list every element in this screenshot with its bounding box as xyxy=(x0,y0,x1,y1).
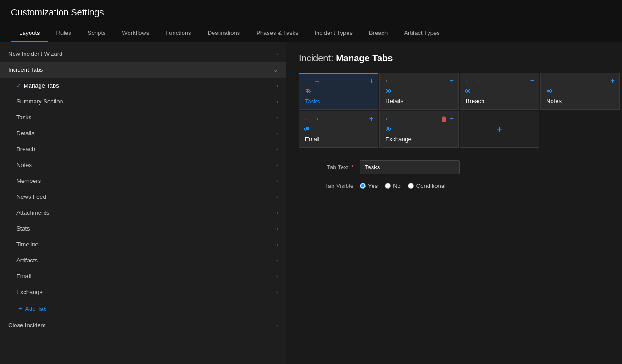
nav-tab-scripts[interactable]: Scripts xyxy=(80,25,114,42)
tab-eye-icon: 👁 xyxy=(384,126,454,134)
move-left-button[interactable]: ← xyxy=(465,77,471,84)
add-section-button[interactable]: + xyxy=(611,77,615,85)
nav-tab-incident-types[interactable]: Incident Types xyxy=(306,25,361,42)
tab-eye-icon: 👁 xyxy=(545,88,615,96)
sidebar-item-summary-section[interactable]: Summary Section› xyxy=(0,93,286,109)
nav-tab-layouts[interactable]: Layouts xyxy=(11,25,48,42)
add-tab-cell[interactable]: + xyxy=(460,111,539,148)
tab-label: Exchange xyxy=(384,136,454,143)
sidebar-item-tasks[interactable]: Tasks› xyxy=(0,109,286,125)
move-right-button[interactable]: → xyxy=(313,115,319,123)
chevron-icon: › xyxy=(276,241,278,248)
sidebar-item-breach[interactable]: Breach› xyxy=(0,141,286,157)
tab-eye-icon: 👁 xyxy=(384,88,454,96)
tab-cell-exchange[interactable]: ← 🗑 + 👁 Exchange xyxy=(379,111,459,148)
chevron-icon: › xyxy=(276,130,278,137)
item-label: Email xyxy=(16,273,31,280)
item-label: ✓Manage Tabs xyxy=(16,82,59,89)
add-section-button[interactable]: + xyxy=(530,77,534,85)
tab-controls: ← + xyxy=(545,77,615,85)
tab-controls: ← → + xyxy=(304,115,373,123)
sidebar-item-exchange[interactable]: Exchange› xyxy=(0,284,286,300)
add-section-button[interactable]: + xyxy=(369,115,373,123)
chevron-icon: › xyxy=(276,257,278,264)
add-tab-button[interactable]: +Add Tab xyxy=(0,300,286,317)
item-label: Exchange xyxy=(16,289,43,295)
nav-tabs: LayoutsRulesScriptsWorkflowsFunctionsDes… xyxy=(11,25,611,42)
sidebar-item-new-incident-wizard[interactable]: New Incident Wizard› xyxy=(0,46,286,62)
tab-cell-details[interactable]: ← → + 👁 Details xyxy=(379,73,459,110)
sidebar-section-incident-tabs[interactable]: Incident Tabs⌄ xyxy=(0,62,286,78)
tab-label: Tasks xyxy=(304,98,373,105)
ctrl-left: ← → xyxy=(304,115,319,123)
sidebar-item-news-feed[interactable]: News Feed› xyxy=(0,189,286,205)
nav-tab-phases---tasks[interactable]: Phases & Tasks xyxy=(248,25,306,42)
radio-conditional[interactable]: Conditional xyxy=(408,182,446,189)
tab-cell-tasks[interactable]: → + 👁 Tasks xyxy=(299,73,378,110)
add-tab-label: Add Tab xyxy=(25,305,46,312)
move-right-button[interactable]: → xyxy=(314,78,320,85)
chevron-icon: › xyxy=(276,289,278,295)
ctrl-right: + xyxy=(530,77,534,85)
tab-cell-notes[interactable]: ← + 👁 Notes xyxy=(540,73,620,110)
chevron-icon: › xyxy=(276,322,278,329)
ctrl-right: + xyxy=(450,77,454,85)
move-left-button[interactable]: ← xyxy=(384,77,391,84)
sidebar-item-members[interactable]: Members› xyxy=(0,173,286,189)
move-left-button[interactable]: ← xyxy=(384,115,391,123)
nav-tab-artifact-types[interactable]: Artifact Types xyxy=(396,25,448,42)
chevron-icon: › xyxy=(276,210,278,216)
ctrl-left: → xyxy=(304,78,320,85)
item-label: Close Incident xyxy=(8,322,45,329)
ctrl-right: + xyxy=(369,115,373,123)
panel-title-main: Manage Tabs xyxy=(336,53,393,63)
nav-tab-workflows[interactable]: Workflows xyxy=(114,25,158,42)
sidebar-item-notes[interactable]: Notes› xyxy=(0,157,286,173)
sidebar-item-attachments[interactable]: Attachments› xyxy=(0,205,286,221)
radio-no[interactable]: No xyxy=(385,182,401,189)
sidebar-item-artifacts[interactable]: Artifacts› xyxy=(0,252,286,268)
tab-text-input[interactable] xyxy=(360,160,460,174)
nav-tab-destinations[interactable]: Destinations xyxy=(199,25,249,42)
tab-cell-breach[interactable]: ← → + 👁 Breach xyxy=(460,73,539,110)
add-section-button[interactable]: + xyxy=(450,115,454,123)
item-label: Stats xyxy=(16,225,30,232)
app-title: Customization Settings xyxy=(11,7,611,18)
tab-cell-email[interactable]: ← → + 👁 Email xyxy=(299,111,378,148)
tab-visible-label: Tab Visible xyxy=(299,182,353,189)
nav-tab-rules[interactable]: Rules xyxy=(48,25,80,42)
radio-yes[interactable]: Yes xyxy=(360,182,378,189)
sidebar-item-timeline[interactable]: Timeline› xyxy=(0,236,286,252)
sidebar-item-stats[interactable]: Stats› xyxy=(0,221,286,236)
ctrl-right: + xyxy=(611,77,615,85)
sidebar: New Incident Wizard›Incident Tabs⌄✓Manag… xyxy=(0,42,286,364)
chevron-icon: › xyxy=(276,83,278,89)
nav-tab-breach[interactable]: Breach xyxy=(361,25,396,42)
tab-controls: → + xyxy=(304,77,373,85)
right-panel: Incident: Manage Tabs → + 👁 Tasks ← → xyxy=(286,42,622,364)
tab-label: Details xyxy=(384,98,454,104)
add-section-button[interactable]: + xyxy=(369,77,373,85)
item-label: Summary Section xyxy=(16,98,63,105)
chevron-icon: › xyxy=(276,114,278,121)
tab-eye-icon: 👁 xyxy=(465,88,534,96)
item-label: Attachments xyxy=(16,209,49,216)
main-content: New Incident Wizard›Incident Tabs⌄✓Manag… xyxy=(0,42,622,364)
tab-grid: → + 👁 Tasks ← → + 👁 Details ← → xyxy=(299,73,609,148)
move-left-button[interactable]: ← xyxy=(545,77,552,84)
add-section-button[interactable]: + xyxy=(450,77,454,85)
sidebar-item-close-incident[interactable]: Close Incident› xyxy=(0,317,286,333)
chevron-icon: ⌄ xyxy=(274,67,278,73)
sidebar-item-details[interactable]: Details› xyxy=(0,125,286,141)
sidebar-item-manage-tabs[interactable]: ✓Manage Tabs› xyxy=(0,78,286,93)
move-right-button[interactable]: → xyxy=(474,77,480,84)
nav-tab-functions[interactable]: Functions xyxy=(157,25,199,42)
chevron-icon: › xyxy=(276,98,278,105)
move-left-button[interactable]: ← xyxy=(304,115,310,123)
item-label: Details xyxy=(16,130,35,137)
move-right-button[interactable]: → xyxy=(393,77,400,84)
delete-tab-button[interactable]: 🗑 xyxy=(441,115,447,123)
sidebar-item-email[interactable]: Email› xyxy=(0,268,286,284)
tab-controls: ← → + xyxy=(465,77,534,85)
check-icon: ✓ xyxy=(16,83,21,89)
